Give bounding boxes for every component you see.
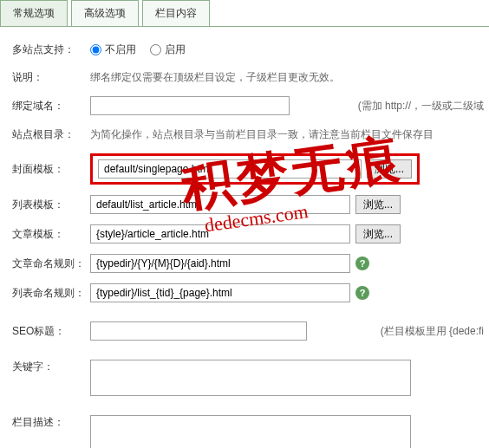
radio-off-label: 不启用 <box>105 42 136 57</box>
article-tpl-browse[interactable]: 浏览... <box>355 224 401 243</box>
tab-advanced[interactable]: 高级选项 <box>71 0 139 26</box>
hint-siteroot: 为简化操作，站点根目录与当前栏目目录一致，请注意当前栏目文件保存目 <box>90 127 434 142</box>
label-siteroot: 站点根目录： <box>12 127 90 142</box>
list-rule-input[interactable] <box>90 283 350 302</box>
tab-bar: 常规选项 高级选项 栏目内容 <box>0 0 489 27</box>
label-cover-tpl: 封面模板： <box>12 162 90 177</box>
cover-tpl-highlight: 浏览... <box>90 153 420 185</box>
hint-domain: (需加 http://，一级或二级域 <box>358 99 489 114</box>
domain-input[interactable] <box>90 96 290 115</box>
radio-multisite-off[interactable]: 不启用 <box>90 42 136 57</box>
radio-on-label: 启用 <box>165 42 186 57</box>
col-desc-input[interactable] <box>90 415 411 448</box>
label-article-rule: 文章命名规则： <box>12 256 90 271</box>
form-panel: 多站点支持： 不启用 启用 说明： 绑名绑定仅需要在顶级栏目设定，子级栏目更改无… <box>0 27 489 448</box>
label-keywords: 关键字： <box>12 360 90 374</box>
article-rule-input[interactable] <box>90 254 350 273</box>
cover-tpl-input[interactable] <box>98 159 362 179</box>
tab-content[interactable]: 栏目内容 <box>142 0 210 26</box>
radio-off-input[interactable] <box>90 44 101 55</box>
radio-multisite-on[interactable]: 启用 <box>150 42 186 57</box>
label-desc: 说明： <box>12 70 90 85</box>
help-icon[interactable]: ? <box>355 256 369 270</box>
hint-seo: (栏目模板里用 {dede:fi <box>381 324 489 339</box>
list-tpl-browse[interactable]: 浏览... <box>355 195 401 214</box>
keywords-input[interactable] <box>90 360 411 396</box>
tab-general[interactable]: 常规选项 <box>0 0 68 26</box>
label-multisite: 多站点支持： <box>12 42 90 57</box>
label-list-rule: 列表命名规则： <box>12 286 90 301</box>
label-list-tpl: 列表模板： <box>12 198 90 212</box>
label-col-desc: 栏目描述： <box>12 415 90 430</box>
hint-desc: 绑名绑定仅需要在顶级栏目设定，子级栏目更改无效。 <box>90 70 340 85</box>
label-domain: 绑定域名： <box>12 99 90 114</box>
seo-title-input[interactable] <box>90 321 307 341</box>
radio-on-input[interactable] <box>150 44 161 55</box>
cover-tpl-browse[interactable]: 浏览... <box>367 159 412 179</box>
help-icon[interactable]: ? <box>355 286 369 300</box>
list-tpl-input[interactable] <box>90 195 350 214</box>
label-seo-title: SEO标题： <box>12 324 90 339</box>
article-tpl-input[interactable] <box>90 224 350 243</box>
label-article-tpl: 文章模板： <box>12 227 90 242</box>
